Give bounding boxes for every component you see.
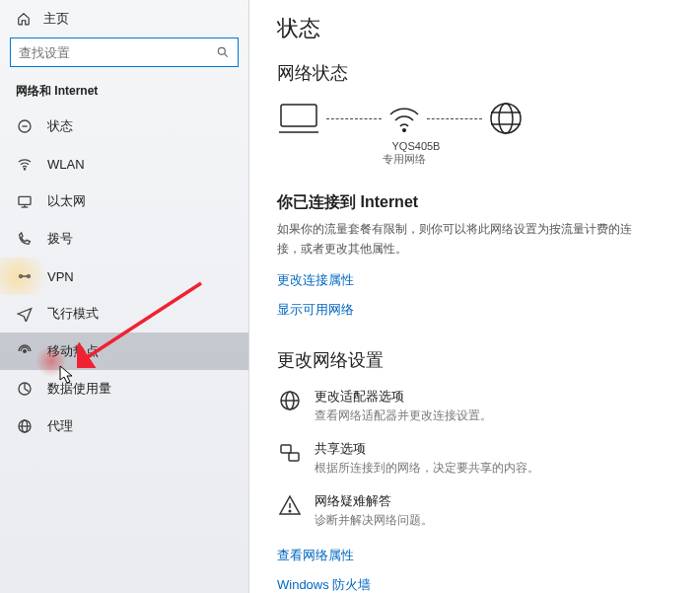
sidebar-item-label: 状态 xyxy=(47,117,73,135)
sidebar-item-label: VPN xyxy=(47,269,74,284)
option-sharing[interactable]: 共享选项 根据所连接到的网络，决定要共享的内容。 xyxy=(277,440,672,477)
sharing-icon xyxy=(277,440,303,466)
connected-title: 你已连接到 Internet xyxy=(277,192,672,213)
sidebar-item-vpn[interactable]: VPN xyxy=(0,258,248,295)
troubleshoot-icon xyxy=(277,492,303,518)
main-content: 状态 网络状态 YQS405B 专用网络 你已连接到 Internet 如果你的… xyxy=(249,0,700,593)
sidebar: 主页 网络和 Internet 状态 WLAN xyxy=(0,0,249,593)
sidebar-item-label: 代理 xyxy=(47,417,73,435)
change-settings-heading: 更改网络设置 xyxy=(277,348,672,372)
connected-description: 如果你的流量套餐有限制，则你可以将此网络设置为按流量计费的连接，或者更改其他属性… xyxy=(277,219,652,259)
option-desc: 根据所连接到的网络，决定要共享的内容。 xyxy=(315,460,539,477)
network-diagram xyxy=(277,101,672,136)
dialup-icon xyxy=(16,230,34,248)
svg-rect-16 xyxy=(281,105,316,126)
svg-line-1 xyxy=(224,53,227,56)
proxy-icon xyxy=(16,417,34,435)
svg-point-8 xyxy=(20,275,23,278)
search-icon xyxy=(216,45,230,59)
svg-point-19 xyxy=(491,104,521,133)
option-title: 网络疑难解答 xyxy=(315,492,433,510)
option-desc: 诊断并解决网络问题。 xyxy=(315,512,433,529)
option-troubleshoot[interactable]: 网络疑难解答 诊断并解决网络问题。 xyxy=(277,492,672,529)
search-input[interactable] xyxy=(19,45,216,60)
svg-rect-27 xyxy=(289,453,299,461)
wifi-icon xyxy=(16,155,34,173)
wifi-name: YQS405B xyxy=(293,140,539,152)
sidebar-item-airplane[interactable]: 飞行模式 xyxy=(0,295,248,333)
adapter-icon xyxy=(277,388,303,413)
dash-line xyxy=(326,118,382,119)
link-network-properties[interactable]: 查看网络属性 xyxy=(277,547,672,564)
sidebar-item-label: 移动热点 xyxy=(47,342,99,360)
link-change-connection[interactable]: 更改连接属性 xyxy=(277,271,672,289)
page-title: 状态 xyxy=(277,14,672,43)
option-title: 更改适配器选项 xyxy=(315,388,492,406)
pc-icon xyxy=(277,101,320,136)
sidebar-item-dialup[interactable]: 拨号 xyxy=(0,220,248,258)
sidebar-item-label: 以太网 xyxy=(47,192,86,210)
sidebar-item-label: 数据使用量 xyxy=(47,380,111,398)
sidebar-section-label: 网络和 Internet xyxy=(0,77,248,108)
sidebar-item-datausage[interactable]: 数据使用量 xyxy=(0,370,248,408)
svg-point-11 xyxy=(24,350,27,353)
data-usage-icon xyxy=(16,380,34,398)
svg-rect-26 xyxy=(281,445,291,453)
home-label: 主页 xyxy=(43,10,69,28)
sidebar-item-wlan[interactable]: WLAN xyxy=(0,145,248,183)
airplane-icon xyxy=(16,305,34,323)
svg-point-9 xyxy=(28,275,31,278)
wifi-large-icon xyxy=(387,105,421,132)
hotspot-icon xyxy=(16,342,34,360)
link-show-networks[interactable]: 显示可用网络 xyxy=(277,301,672,319)
svg-point-4 xyxy=(24,169,25,170)
globe-icon xyxy=(488,101,524,136)
dash-line xyxy=(427,118,482,119)
option-desc: 查看网络适配器并更改连接设置。 xyxy=(315,408,492,424)
svg-point-20 xyxy=(499,104,513,133)
sidebar-item-hotspot[interactable]: 移动热点 xyxy=(0,333,248,370)
sidebar-item-ethernet[interactable]: 以太网 xyxy=(0,183,248,220)
sidebar-item-label: WLAN xyxy=(47,157,85,172)
vpn-icon xyxy=(16,267,34,285)
sidebar-item-label: 飞行模式 xyxy=(47,305,99,323)
home-icon xyxy=(16,11,32,27)
search-box[interactable] xyxy=(10,37,239,67)
option-adapter[interactable]: 更改适配器选项 查看网络适配器并更改连接设置。 xyxy=(277,388,672,424)
wifi-subtitle: 专用网络 xyxy=(293,152,516,167)
ethernet-icon xyxy=(16,192,34,210)
sidebar-item-proxy[interactable]: 代理 xyxy=(0,408,248,445)
status-icon xyxy=(16,117,34,135)
svg-point-29 xyxy=(289,510,291,512)
link-firewall[interactable]: Windows 防火墙 xyxy=(277,576,672,593)
svg-point-0 xyxy=(218,47,225,54)
sidebar-item-status[interactable]: 状态 xyxy=(0,108,248,145)
sidebar-item-label: 拨号 xyxy=(47,230,73,248)
svg-rect-5 xyxy=(19,196,31,204)
svg-point-18 xyxy=(403,129,406,132)
home-button[interactable]: 主页 xyxy=(0,4,248,34)
option-title: 共享选项 xyxy=(315,440,539,458)
network-status-heading: 网络状态 xyxy=(277,61,672,85)
